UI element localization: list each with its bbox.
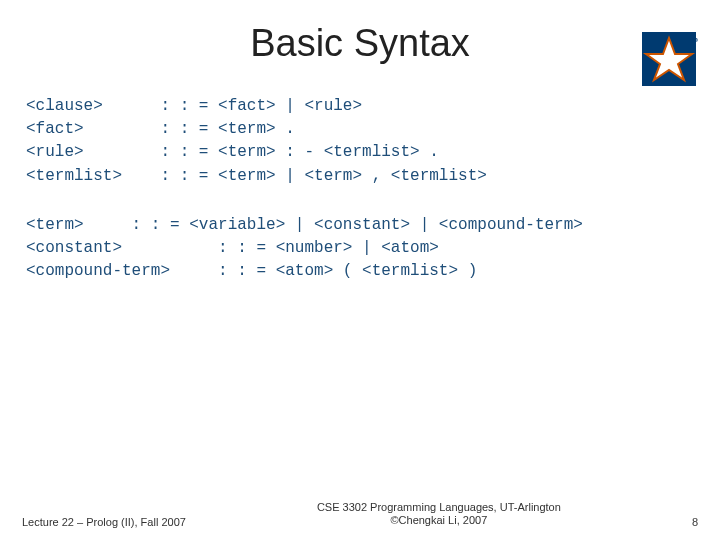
grammar-block-1: <clause> : : = <fact> | <rule> <fact> : …	[0, 65, 720, 188]
page-number: 8	[692, 516, 698, 528]
footer-left: Lecture 22 – Prolog (II), Fall 2007	[22, 516, 186, 528]
slide-title: Basic Syntax	[0, 0, 720, 65]
slide-footer: Lecture 22 – Prolog (II), Fall 2007 CSE …	[0, 501, 720, 529]
uta-star-logo: TM	[640, 30, 698, 88]
footer-course: CSE 3302 Programming Languages, UT-Arlin…	[186, 501, 692, 515]
svg-text:TM: TM	[692, 37, 698, 43]
grammar-block-2: <term> : : = <variable> | <constant> | <…	[0, 188, 720, 284]
footer-center: CSE 3302 Programming Languages, UT-Arlin…	[186, 501, 692, 529]
footer-copyright: ©Chengkai Li, 2007	[186, 514, 692, 528]
